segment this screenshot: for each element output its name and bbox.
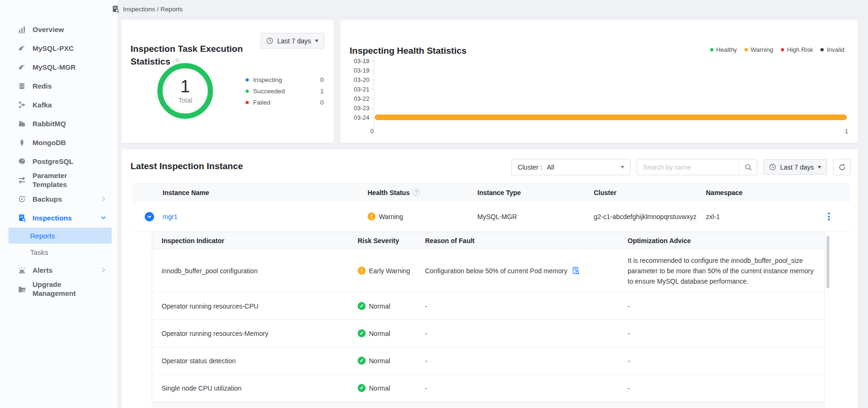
sidebar: Overview MySQL-PXC MySQL-MGR Redis Kafka…: [0, 0, 118, 408]
detail-row: Operator status detection Normal - -: [152, 347, 824, 375]
sidebar-item-mongodb[interactable]: MongoDB: [0, 133, 117, 152]
sidebar-item-alerts[interactable]: Alerts: [0, 261, 117, 279]
y-axis-tick: [371, 61, 374, 61]
reason-cell: -: [425, 330, 628, 337]
legend-dot: [820, 48, 824, 51]
sidebar-item-label: Parameter Templates: [33, 171, 97, 189]
advice-cell: -: [628, 330, 824, 337]
column-header: Risk Severity: [358, 237, 425, 245]
sidebar-subitem-reports[interactable]: Reports: [8, 228, 112, 244]
legend-dot: [781, 48, 784, 51]
sidebar-item-rabbitmq[interactable]: RabbitMQ: [0, 114, 117, 133]
bar-chart-icon: [18, 25, 26, 33]
chevron-down-icon: [147, 214, 152, 220]
sidebar-item-parameter-templates[interactable]: Parameter Templates: [0, 171, 117, 189]
legend-item: Invalid: [820, 46, 844, 53]
reason-cell: -: [425, 302, 628, 310]
inspection-detail-table: Inspection Indicator Risk Severity Reaso…: [152, 232, 825, 402]
column-header: Health Status: [368, 188, 477, 196]
advice-cell: -: [628, 384, 824, 392]
sidebar-item-label: MySQL-PXC: [33, 44, 74, 53]
help-icon[interactable]: [412, 188, 420, 196]
y-axis-tick-label: 03-23: [346, 105, 369, 112]
toolbar: Cluster : All Last 7 days: [511, 159, 851, 175]
search-button[interactable]: [739, 159, 757, 175]
period-select[interactable]: Last 7 days: [261, 33, 324, 49]
sidebar-subitem-label: Reports: [30, 232, 55, 240]
sidebar-item-label: PostgreSQL: [33, 157, 74, 166]
sidebar-item-mysql-pxc[interactable]: MySQL-PXC: [0, 39, 117, 57]
warning-icon: [358, 267, 366, 275]
y-axis-tick-label: 03-24: [346, 114, 369, 121]
reason-cell: -: [425, 357, 628, 365]
cluster-cell: g2-c1-abcdefghijklmnopqrstuvwxyz: [594, 213, 706, 220]
kafka-icon: [18, 101, 26, 109]
breadcrumb-text[interactable]: Inspections / Reports: [123, 6, 183, 13]
x-axis-tick-label: 1: [845, 128, 848, 135]
y-axis-tick: [371, 108, 374, 108]
detail-row: Single node CPU utilization Normal - -: [152, 375, 824, 402]
refresh-button[interactable]: [833, 159, 851, 175]
cluster-filter-select[interactable]: Cluster : All: [511, 159, 631, 175]
detail-row: Operator running resources-CPU Normal - …: [152, 293, 824, 320]
reason-cell: Configuration below 50% of current Pod m…: [425, 267, 628, 275]
refresh-icon: [838, 163, 846, 171]
sidebar-subitem-tasks[interactable]: Tasks: [8, 244, 112, 260]
latest-inspection-card: Latest Inspection Instance Cluster : All…: [122, 149, 858, 408]
card-title: Inspecting Health Statistics: [350, 46, 467, 56]
legend-label: Healthy: [716, 46, 737, 53]
postgresql-elephant-icon: [18, 157, 26, 165]
warning-icon: [368, 212, 376, 220]
sidebar-item-label: Inspections: [33, 213, 72, 222]
sidebar-item-label: Alerts: [33, 266, 53, 275]
clock-icon: [266, 37, 273, 44]
instance-name-link[interactable]: mgr1: [163, 213, 368, 220]
y-axis-tick-label: 03-20: [346, 76, 369, 83]
breadcrumb: Inspections / Reports: [112, 5, 183, 13]
legend-label: Inspecting: [253, 76, 282, 83]
collapse-row-button[interactable]: [145, 212, 154, 221]
sidebar-item-redis[interactable]: Redis: [0, 76, 117, 95]
period-label: Last 7 days: [780, 163, 814, 171]
search-input[interactable]: [637, 163, 739, 171]
sidebar-item-overview[interactable]: Overview: [0, 20, 117, 39]
search-icon: [745, 163, 752, 171]
risk-severity-badge: Normal: [358, 357, 425, 365]
legend-item: Healthy: [710, 46, 737, 53]
risk-severity-badge: Normal: [358, 329, 425, 337]
y-axis-tick-label: 03-19: [346, 67, 369, 74]
health-status-badge: Warning: [368, 212, 477, 220]
legend-dot: [745, 48, 748, 51]
sidebar-item-mysql-mgr[interactable]: MySQL-MGR: [0, 57, 117, 76]
legend-dot: [246, 90, 249, 93]
risk-severity-badge: Normal: [358, 384, 425, 392]
bar-track: [375, 114, 847, 120]
legend-dot: [710, 48, 713, 51]
inspection-doc-icon: [112, 5, 119, 13]
view-report-doc-icon[interactable]: [572, 267, 580, 275]
sidebar-item-kafka[interactable]: Kafka: [0, 95, 117, 114]
sidebar-item-upgrade-management[interactable]: Upgrade Management: [0, 279, 117, 298]
mongodb-leaf-icon: [18, 139, 26, 147]
risk-severity-badge: Early Warning: [358, 267, 425, 275]
more-actions-button[interactable]: [828, 212, 830, 222]
period-select[interactable]: Last 7 days: [763, 159, 827, 175]
indicator-cell: Operator running resources-Memory: [162, 330, 358, 337]
legend-item: Failed 0: [246, 97, 324, 108]
alarm-icon: [18, 266, 26, 274]
sidebar-item-postgresql[interactable]: PostgreSQL: [0, 152, 117, 171]
warning-bar[interactable]: [375, 114, 847, 120]
reason-cell: -: [425, 384, 628, 392]
legend-value: 0: [320, 99, 324, 106]
scrollbar-thumb[interactable]: [827, 236, 829, 288]
x-axis-tick-label: 0: [370, 128, 374, 135]
sidebar-item-inspections[interactable]: Inspections: [0, 208, 117, 227]
next-section-strip: [152, 401, 825, 408]
y-axis-tick-label: 03-22: [346, 95, 369, 102]
advice-cell: -: [628, 302, 824, 310]
detail-row: Operator running resources-Memory Normal…: [152, 320, 824, 347]
dropdown-arrow-icon: [315, 40, 319, 42]
sidebar-item-label: Kafka: [33, 100, 52, 109]
sidebar-item-backups[interactable]: Backups: [0, 189, 117, 208]
cluster-filter-value: All: [547, 163, 555, 171]
